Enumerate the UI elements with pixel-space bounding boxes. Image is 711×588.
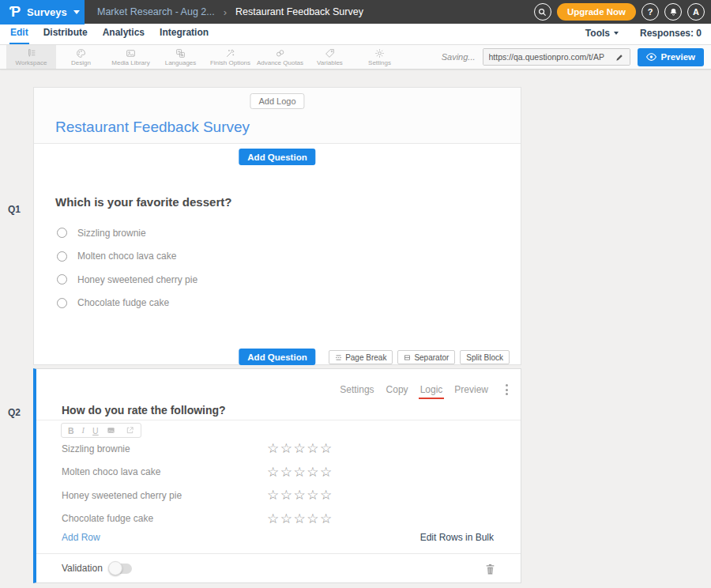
star-icon[interactable]: ☆	[320, 488, 333, 503]
star-icon[interactable]: ☆	[320, 441, 333, 456]
validation-label: Validation	[62, 563, 103, 574]
upgrade-now-button[interactable]: Upgrade Now	[557, 3, 636, 21]
survey-title[interactable]: Restaurant Feedback Survey	[55, 119, 250, 136]
tab-edit[interactable]: Edit	[9, 23, 29, 44]
chevron-down-icon	[614, 32, 619, 35]
star-icon[interactable]: ☆	[280, 465, 294, 480]
separator-button[interactable]: Separator	[397, 350, 455, 364]
question-1-label: Q1	[8, 204, 21, 215]
star-icon[interactable]: ☆	[280, 488, 294, 503]
rating-rows: Sizzling brownie ☆☆☆☆☆ Molten choco lava…	[62, 437, 508, 530]
star-icon[interactable]: ☆	[280, 511, 294, 526]
pencil-icon	[615, 53, 624, 62]
tab-analytics[interactable]: Analytics	[102, 23, 145, 44]
star-icon[interactable]: ☆	[294, 441, 307, 456]
delete-question-button[interactable]	[485, 564, 495, 579]
tools-menu[interactable]: Tools	[585, 28, 619, 39]
option-row[interactable]: Molten choco lava cake	[57, 245, 198, 269]
q2-settings-action[interactable]: Settings	[340, 384, 374, 395]
subnav-right: Tools Responses: 0	[585, 28, 702, 44]
eye-icon	[646, 53, 656, 61]
q2-logic-action[interactable]: Logic	[420, 384, 443, 395]
star-icon[interactable]: ☆	[294, 465, 307, 480]
star-icon[interactable]: ☆	[307, 511, 320, 526]
notifications-button[interactable]	[664, 3, 682, 21]
star-icon[interactable]: ☆	[320, 465, 333, 480]
star-icon[interactable]: ☆	[307, 441, 320, 456]
preview-button[interactable]: Preview	[638, 48, 704, 66]
italic-button[interactable]: I	[82, 426, 85, 435]
star-icon[interactable]: ☆	[294, 488, 307, 503]
editor-toolbar: Workspace Design Media Library Languages…	[0, 45, 711, 70]
tools-label: Tools	[585, 28, 610, 39]
toolbar-item-advance-quotas[interactable]: Advance Quotas	[255, 45, 305, 69]
underline-button[interactable]: U	[92, 426, 99, 435]
q2-copy-action[interactable]: Copy	[386, 384, 408, 395]
question-2-text[interactable]: How do you rate the following?	[62, 404, 226, 416]
star-rating: ☆☆☆☆☆	[267, 442, 333, 455]
gear-icon	[374, 48, 385, 58]
responses-count[interactable]: Responses: 0	[640, 28, 702, 39]
question-1-text[interactable]: Which is your favorite dessert?	[55, 195, 231, 209]
radio-icon[interactable]	[57, 251, 67, 262]
rating-row: Chocolate fudge cake ☆☆☆☆☆	[62, 507, 508, 531]
add-question-button-bottom[interactable]: Add Question	[239, 349, 315, 365]
toolbar-item-finish-options[interactable]: Finish Options	[205, 45, 255, 69]
toolbar-item-variables[interactable]: Variables	[305, 45, 355, 69]
radio-icon[interactable]	[57, 228, 67, 238]
star-icon[interactable]: ☆	[307, 465, 320, 480]
help-button[interactable]: ?	[641, 3, 659, 21]
star-icon[interactable]: ☆	[267, 465, 280, 480]
toggle-knob	[108, 561, 122, 575]
tab-integration[interactable]: Integration	[159, 23, 209, 44]
toolbar-item-settings[interactable]: Settings	[355, 45, 404, 69]
toolbar-item-languages[interactable]: Languages	[156, 45, 205, 69]
surveys-menu[interactable]: Ƥ Surveys	[0, 0, 85, 24]
validation-toggle[interactable]	[111, 564, 132, 574]
option-row[interactable]: Chocolate fudge cake	[57, 292, 198, 315]
split-block-button[interactable]: Split Block	[460, 350, 510, 364]
option-row[interactable]: Sizzling brownie	[57, 221, 198, 245]
footer-divider	[36, 553, 521, 554]
insert-image-icon[interactable]	[107, 426, 115, 435]
external-link-icon[interactable]	[126, 426, 134, 435]
star-icon[interactable]: ☆	[320, 511, 333, 526]
questionpro-logo-icon: Ƥ	[9, 5, 21, 19]
edit-url-button[interactable]	[610, 49, 630, 65]
star-icon[interactable]: ☆	[294, 511, 307, 526]
page-break-button[interactable]: Page Break	[329, 350, 393, 364]
radio-icon[interactable]	[57, 298, 67, 308]
toolbar-item-workspace[interactable]: Workspace	[6, 45, 56, 69]
bold-button[interactable]: B	[68, 426, 74, 435]
option-row[interactable]: Honey sweetened cherry pie	[57, 268, 198, 292]
edit-rows-in-bulk-link[interactable]: Edit Rows in Bulk	[420, 532, 494, 543]
star-icon[interactable]: ☆	[267, 441, 280, 456]
search-icon	[538, 8, 547, 17]
star-rating: ☆☆☆☆☆	[267, 488, 333, 502]
palette-icon	[76, 48, 86, 58]
star-icon[interactable]: ☆	[267, 488, 280, 503]
search-button[interactable]	[534, 3, 551, 21]
add-row-link[interactable]: Add Row	[62, 532, 100, 543]
survey-body: Add Question Which is your favorite dess…	[34, 144, 521, 364]
q2-preview-action[interactable]: Preview	[454, 384, 488, 395]
tab-distribute[interactable]: Distribute	[43, 23, 88, 44]
star-icon[interactable]: ☆	[280, 441, 294, 456]
add-logo-button[interactable]: Add Logo	[250, 93, 304, 109]
avatar[interactable]: A	[687, 3, 705, 21]
breadcrumb-project[interactable]: Market Research - Aug 2...	[97, 6, 215, 17]
saving-status: Saving...	[442, 52, 476, 62]
survey-url-input[interactable]	[483, 49, 610, 65]
radio-icon[interactable]	[57, 274, 67, 285]
toolbar-item-media-library[interactable]: Media Library	[106, 45, 156, 69]
survey-card: Add Logo Restaurant Feedback Survey Add …	[33, 87, 521, 365]
toolbar-item-design[interactable]: Design	[56, 45, 106, 69]
workspace-icon	[26, 48, 36, 58]
star-icon[interactable]: ☆	[267, 511, 280, 526]
survey-header: Add Logo Restaurant Feedback Survey	[34, 88, 521, 144]
validation-control: Validation	[62, 563, 132, 574]
add-question-button-top[interactable]: Add Question	[239, 149, 315, 165]
trash-icon	[485, 564, 495, 575]
star-icon[interactable]: ☆	[307, 488, 320, 503]
more-options-icon[interactable]	[504, 383, 510, 397]
